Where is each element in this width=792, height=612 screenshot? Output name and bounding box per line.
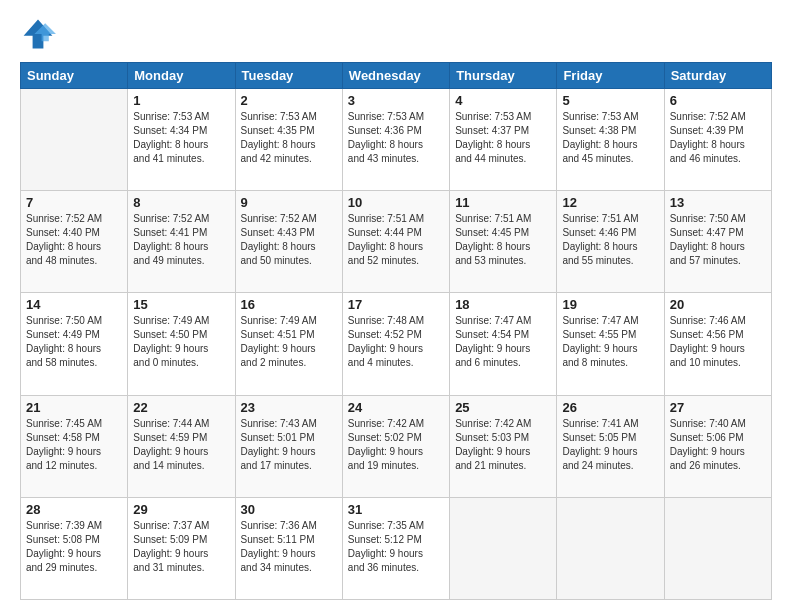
calendar-cell: 10Sunrise: 7:51 AM Sunset: 4:44 PM Dayli… [342,191,449,293]
calendar-cell: 6Sunrise: 7:52 AM Sunset: 4:39 PM Daylig… [664,89,771,191]
calendar-cell: 31Sunrise: 7:35 AM Sunset: 5:12 PM Dayli… [342,497,449,599]
day-number: 30 [241,502,337,517]
day-number: 3 [348,93,444,108]
day-number: 17 [348,297,444,312]
calendar-week-row-3: 14Sunrise: 7:50 AM Sunset: 4:49 PM Dayli… [21,293,772,395]
day-info: Sunrise: 7:36 AM Sunset: 5:11 PM Dayligh… [241,519,337,575]
day-number: 27 [670,400,766,415]
day-info: Sunrise: 7:52 AM Sunset: 4:41 PM Dayligh… [133,212,229,268]
day-info: Sunrise: 7:43 AM Sunset: 5:01 PM Dayligh… [241,417,337,473]
calendar-cell: 30Sunrise: 7:36 AM Sunset: 5:11 PM Dayli… [235,497,342,599]
day-number: 16 [241,297,337,312]
calendar-weekday-monday: Monday [128,63,235,89]
day-number: 24 [348,400,444,415]
calendar-weekday-saturday: Saturday [664,63,771,89]
day-number: 2 [241,93,337,108]
day-number: 23 [241,400,337,415]
calendar-cell: 14Sunrise: 7:50 AM Sunset: 4:49 PM Dayli… [21,293,128,395]
calendar-cell: 8Sunrise: 7:52 AM Sunset: 4:41 PM Daylig… [128,191,235,293]
day-number: 5 [562,93,658,108]
calendar-cell: 17Sunrise: 7:48 AM Sunset: 4:52 PM Dayli… [342,293,449,395]
calendar-cell: 19Sunrise: 7:47 AM Sunset: 4:55 PM Dayli… [557,293,664,395]
day-info: Sunrise: 7:47 AM Sunset: 4:54 PM Dayligh… [455,314,551,370]
calendar-cell: 15Sunrise: 7:49 AM Sunset: 4:50 PM Dayli… [128,293,235,395]
calendar-cell: 22Sunrise: 7:44 AM Sunset: 4:59 PM Dayli… [128,395,235,497]
calendar-cell: 25Sunrise: 7:42 AM Sunset: 5:03 PM Dayli… [450,395,557,497]
day-info: Sunrise: 7:53 AM Sunset: 4:37 PM Dayligh… [455,110,551,166]
calendar-cell [450,497,557,599]
calendar-cell [664,497,771,599]
day-number: 1 [133,93,229,108]
day-info: Sunrise: 7:44 AM Sunset: 4:59 PM Dayligh… [133,417,229,473]
day-info: Sunrise: 7:52 AM Sunset: 4:39 PM Dayligh… [670,110,766,166]
calendar-cell: 13Sunrise: 7:50 AM Sunset: 4:47 PM Dayli… [664,191,771,293]
calendar-cell: 27Sunrise: 7:40 AM Sunset: 5:06 PM Dayli… [664,395,771,497]
day-info: Sunrise: 7:53 AM Sunset: 4:34 PM Dayligh… [133,110,229,166]
day-info: Sunrise: 7:53 AM Sunset: 4:35 PM Dayligh… [241,110,337,166]
day-info: Sunrise: 7:47 AM Sunset: 4:55 PM Dayligh… [562,314,658,370]
day-info: Sunrise: 7:41 AM Sunset: 5:05 PM Dayligh… [562,417,658,473]
header [20,16,772,52]
day-info: Sunrise: 7:45 AM Sunset: 4:58 PM Dayligh… [26,417,122,473]
calendar-cell [21,89,128,191]
day-info: Sunrise: 7:39 AM Sunset: 5:08 PM Dayligh… [26,519,122,575]
day-info: Sunrise: 7:52 AM Sunset: 4:43 PM Dayligh… [241,212,337,268]
calendar-weekday-wednesday: Wednesday [342,63,449,89]
day-number: 4 [455,93,551,108]
calendar-cell: 3Sunrise: 7:53 AM Sunset: 4:36 PM Daylig… [342,89,449,191]
day-info: Sunrise: 7:40 AM Sunset: 5:06 PM Dayligh… [670,417,766,473]
calendar-weekday-tuesday: Tuesday [235,63,342,89]
calendar-week-row-2: 7Sunrise: 7:52 AM Sunset: 4:40 PM Daylig… [21,191,772,293]
calendar-cell: 18Sunrise: 7:47 AM Sunset: 4:54 PM Dayli… [450,293,557,395]
day-number: 8 [133,195,229,210]
day-number: 14 [26,297,122,312]
calendar-cell: 26Sunrise: 7:41 AM Sunset: 5:05 PM Dayli… [557,395,664,497]
calendar-cell: 11Sunrise: 7:51 AM Sunset: 4:45 PM Dayli… [450,191,557,293]
day-number: 13 [670,195,766,210]
day-number: 22 [133,400,229,415]
day-number: 29 [133,502,229,517]
day-number: 25 [455,400,551,415]
calendar-cell: 2Sunrise: 7:53 AM Sunset: 4:35 PM Daylig… [235,89,342,191]
day-number: 31 [348,502,444,517]
calendar-cell: 20Sunrise: 7:46 AM Sunset: 4:56 PM Dayli… [664,293,771,395]
day-info: Sunrise: 7:49 AM Sunset: 4:51 PM Dayligh… [241,314,337,370]
day-number: 18 [455,297,551,312]
day-info: Sunrise: 7:42 AM Sunset: 5:02 PM Dayligh… [348,417,444,473]
day-info: Sunrise: 7:35 AM Sunset: 5:12 PM Dayligh… [348,519,444,575]
day-info: Sunrise: 7:37 AM Sunset: 5:09 PM Dayligh… [133,519,229,575]
logo [20,16,60,52]
calendar-cell: 1Sunrise: 7:53 AM Sunset: 4:34 PM Daylig… [128,89,235,191]
calendar-cell: 24Sunrise: 7:42 AM Sunset: 5:02 PM Dayli… [342,395,449,497]
day-number: 20 [670,297,766,312]
day-info: Sunrise: 7:48 AM Sunset: 4:52 PM Dayligh… [348,314,444,370]
calendar-week-row-5: 28Sunrise: 7:39 AM Sunset: 5:08 PM Dayli… [21,497,772,599]
day-info: Sunrise: 7:46 AM Sunset: 4:56 PM Dayligh… [670,314,766,370]
day-number: 10 [348,195,444,210]
day-number: 26 [562,400,658,415]
calendar-week-row-1: 1Sunrise: 7:53 AM Sunset: 4:34 PM Daylig… [21,89,772,191]
logo-icon [20,16,56,52]
day-info: Sunrise: 7:53 AM Sunset: 4:36 PM Dayligh… [348,110,444,166]
day-number: 6 [670,93,766,108]
day-number: 12 [562,195,658,210]
day-info: Sunrise: 7:50 AM Sunset: 4:47 PM Dayligh… [670,212,766,268]
calendar-weekday-friday: Friday [557,63,664,89]
day-info: Sunrise: 7:50 AM Sunset: 4:49 PM Dayligh… [26,314,122,370]
calendar-cell: 23Sunrise: 7:43 AM Sunset: 5:01 PM Dayli… [235,395,342,497]
day-info: Sunrise: 7:51 AM Sunset: 4:44 PM Dayligh… [348,212,444,268]
calendar-cell: 4Sunrise: 7:53 AM Sunset: 4:37 PM Daylig… [450,89,557,191]
calendar-cell: 29Sunrise: 7:37 AM Sunset: 5:09 PM Dayli… [128,497,235,599]
calendar-table: SundayMondayTuesdayWednesdayThursdayFrid… [20,62,772,600]
day-info: Sunrise: 7:42 AM Sunset: 5:03 PM Dayligh… [455,417,551,473]
day-number: 21 [26,400,122,415]
day-number: 11 [455,195,551,210]
calendar-week-row-4: 21Sunrise: 7:45 AM Sunset: 4:58 PM Dayli… [21,395,772,497]
calendar-cell: 12Sunrise: 7:51 AM Sunset: 4:46 PM Dayli… [557,191,664,293]
calendar-cell: 28Sunrise: 7:39 AM Sunset: 5:08 PM Dayli… [21,497,128,599]
day-info: Sunrise: 7:51 AM Sunset: 4:45 PM Dayligh… [455,212,551,268]
day-number: 15 [133,297,229,312]
day-number: 19 [562,297,658,312]
day-number: 9 [241,195,337,210]
calendar-cell: 16Sunrise: 7:49 AM Sunset: 4:51 PM Dayli… [235,293,342,395]
